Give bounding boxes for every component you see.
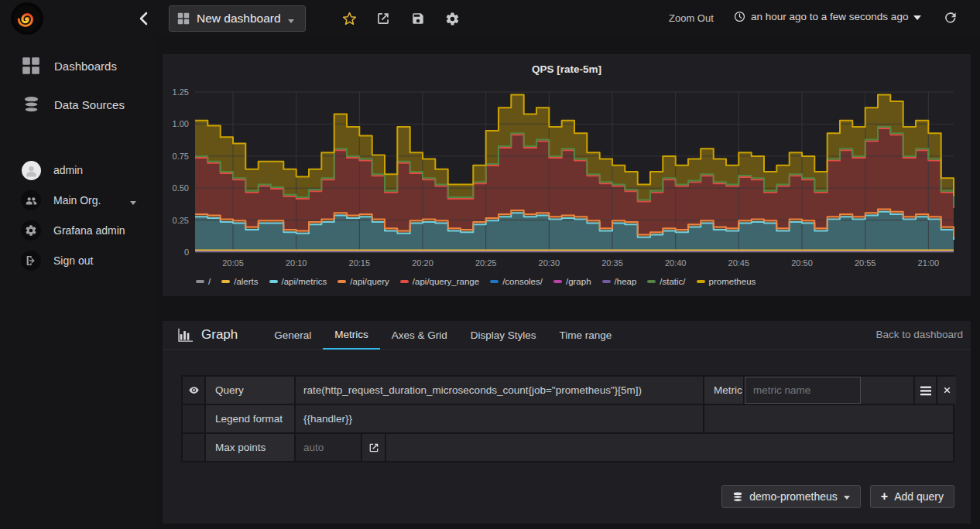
- legend-item[interactable]: /static/: [647, 277, 685, 286]
- save-dashboard-button[interactable]: [409, 10, 427, 27]
- legend-item[interactable]: prometheus: [697, 277, 756, 286]
- tab-general[interactable]: General: [262, 321, 323, 350]
- legend-swatch: [196, 280, 204, 284]
- svg-text:20:10: 20:10: [286, 258, 307, 268]
- refresh-icon: [943, 10, 958, 26]
- share-dashboard-button[interactable]: [375, 10, 392, 27]
- metric-input-cell: [745, 377, 861, 404]
- legend-item[interactable]: /alerts: [221, 277, 258, 286]
- gear-icon: [21, 220, 41, 241]
- legend-item[interactable]: /api/metrics: [269, 277, 327, 286]
- max-points-input[interactable]: [296, 434, 361, 461]
- max-points-label: Max points: [206, 434, 296, 461]
- legend-series-name: /graph: [566, 277, 591, 286]
- time-range-label: an hour ago to a few seconds ago: [751, 11, 908, 22]
- query-row-spacer: [861, 377, 915, 404]
- add-query-label: Add query: [894, 490, 944, 503]
- legend-item[interactable]: /consoles/: [490, 277, 543, 286]
- sidebar-item-grafana-admin[interactable]: Grafana admin: [0, 215, 155, 246]
- dashboard-picker-button[interactable]: New dashboard: [169, 5, 306, 32]
- editor-tabs: General Metrics Axes & Grid Display Styl…: [262, 321, 623, 350]
- svg-text:20:35: 20:35: [601, 258, 623, 268]
- gear-icon: [445, 12, 460, 26]
- datasource-selector-button[interactable]: demo-prometheus: [721, 485, 861, 508]
- legend-item[interactable]: /: [196, 277, 211, 286]
- sidebar-item-label: Grafana admin: [53, 224, 125, 237]
- metric-name-input[interactable]: [745, 377, 860, 403]
- svg-text:20:15: 20:15: [349, 258, 371, 268]
- menu-hamburger-icon: [920, 385, 932, 396]
- grid-squares-icon: [21, 56, 41, 76]
- database-cylinder-icon: [21, 94, 41, 114]
- svg-text:21:00: 21:00: [918, 258, 940, 268]
- qps-graph[interactable]: 00.250.500.751.001.2520:0520:1020:1520:2…: [163, 82, 971, 274]
- user-avatar: [21, 160, 41, 180]
- users-group-icon: [21, 190, 41, 210]
- svg-text:1.00: 1.00: [173, 119, 189, 128]
- legend-format-input[interactable]: [296, 405, 703, 432]
- legend-item[interactable]: /heap: [602, 277, 637, 286]
- collapse-sidebar-chevron-icon[interactable]: [135, 9, 153, 29]
- dashboard-title: New dashboard: [197, 12, 281, 26]
- chevron-down-icon: [913, 15, 921, 20]
- sidebar-item-label: admin: [53, 164, 83, 176]
- remove-query-button[interactable]: [937, 377, 956, 404]
- editor-header: Graph General Metrics Axes & Grid Displa…: [163, 321, 971, 350]
- add-query-button[interactable]: + Add query: [870, 485, 954, 508]
- star-dashboard-button[interactable]: [341, 10, 358, 27]
- dashboard-settings-button[interactable]: [444, 10, 461, 27]
- legend-swatch: [269, 280, 278, 284]
- query-input[interactable]: [296, 377, 703, 404]
- sidebar-item-admin[interactable]: admin: [0, 155, 155, 186]
- legend-format-label: Legend format: [206, 405, 296, 432]
- editor-buttons: demo-prometheus + Add query: [163, 485, 954, 508]
- max-points-input-cell: [296, 434, 362, 461]
- datasource-name: demo-prometheus: [749, 490, 838, 503]
- tab-display-styles[interactable]: Display Styles: [459, 321, 548, 350]
- legend-item[interactable]: /graph: [553, 277, 591, 286]
- chevron-down-icon: [130, 201, 136, 205]
- svg-text:0.25: 0.25: [173, 216, 189, 225]
- legend-item[interactable]: /api/query: [338, 277, 389, 286]
- svg-text:0.50: 0.50: [173, 183, 189, 193]
- legend-series-name: /consoles/: [502, 277, 543, 286]
- max-points-link-button[interactable]: [362, 434, 386, 461]
- legend-swatch: [338, 280, 346, 284]
- sidebar: Dashboards Data Sources admin Main Org. …: [0, 37, 155, 529]
- time-range-picker[interactable]: an hour ago to a few seconds ago: [734, 11, 921, 22]
- tab-axes-grid[interactable]: Axes & Grid: [380, 321, 459, 350]
- legend-series-name: /: [208, 277, 211, 286]
- svg-text:0: 0: [184, 247, 189, 257]
- sidebar-item-dashboards[interactable]: Dashboards: [0, 50, 155, 81]
- sidebar-item-sign-out[interactable]: Sign out: [0, 245, 155, 276]
- tab-time-range[interactable]: Time range: [548, 321, 624, 350]
- query-menu-button[interactable]: [915, 377, 937, 404]
- clock-icon: [734, 11, 745, 22]
- close-x-icon: [942, 385, 952, 395]
- zoom-out-button[interactable]: Zoom Out: [669, 12, 714, 24]
- toggle-query-visibility-button[interactable]: [183, 377, 206, 404]
- grafana-logo-icon[interactable]: [11, 2, 43, 35]
- database-cylinder-icon: [732, 491, 743, 503]
- legend-format-input-cell: [296, 405, 704, 432]
- back-to-dashboard-link[interactable]: Back to dashboard: [875, 329, 963, 340]
- svg-text:20:20: 20:20: [412, 258, 433, 268]
- legend-item[interactable]: /api/query_range: [400, 277, 479, 286]
- refresh-button[interactable]: [943, 10, 960, 27]
- max-points-row-spacer: [386, 434, 953, 461]
- query-label: Query: [206, 377, 296, 404]
- plus-icon: +: [881, 490, 888, 503]
- svg-text:20:50: 20:50: [791, 258, 813, 268]
- chevron-down-icon: [288, 19, 294, 23]
- sidebar-item-label: Dashboards: [54, 60, 117, 73]
- legend-swatch: [602, 280, 611, 284]
- row-spacer-cell: [183, 434, 206, 461]
- tab-metrics[interactable]: Metrics: [323, 321, 380, 350]
- top-navbar: New dashboard Zoom Out an hour ago to a …: [0, 0, 980, 37]
- legend-series-name: /alerts: [234, 277, 258, 286]
- sidebar-item-main-org[interactable]: Main Org.: [0, 185, 155, 216]
- panel-title[interactable]: QPS [rate-5m]: [163, 63, 971, 75]
- sidebar-item-data-sources[interactable]: Data Sources: [0, 89, 155, 120]
- svg-text:20:05: 20:05: [222, 258, 244, 268]
- legend-swatch: [553, 280, 562, 284]
